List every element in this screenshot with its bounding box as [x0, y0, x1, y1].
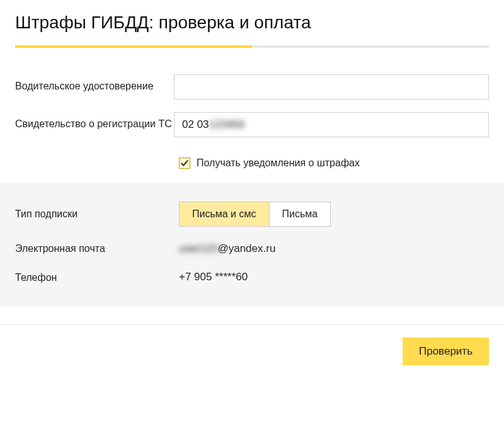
email-hidden: user123	[179, 242, 217, 255]
subscription-block: Тип подписки Письма и смс Письма Электро…	[0, 183, 504, 307]
toggle-option-email[interactable]: Письма	[269, 202, 331, 226]
registration-value-hidden: 123456	[209, 118, 245, 131]
registration-input[interactable]: 02 03 123456	[174, 112, 489, 137]
checkbox-check-icon	[179, 157, 190, 169]
progress-fill	[15, 45, 252, 48]
registration-value-visible: 02 03	[182, 118, 209, 131]
license-label: Водительское удостоверение	[15, 74, 174, 93]
subscription-type-label: Тип подписки	[15, 207, 179, 221]
progress-bar	[15, 45, 489, 48]
registration-label: Свидетельство о регистрации ТС	[15, 112, 174, 131]
phone-value: +7 905 *****60	[179, 271, 489, 283]
subscription-type-toggle: Письма и смс Письма	[179, 202, 331, 227]
email-visible: @yandex.ru	[217, 242, 275, 255]
email-label: Электронная почта	[15, 242, 179, 256]
notify-checkbox[interactable]: Получать уведомления о штрафах	[179, 157, 489, 169]
license-input[interactable]	[174, 74, 489, 100]
notify-label: Получать уведомления о штрафах	[197, 157, 360, 169]
email-value: user123 @yandex.ru	[179, 242, 489, 255]
phone-label: Телефон	[15, 271, 179, 285]
submit-button[interactable]: Проверить	[403, 338, 489, 365]
toggle-option-both[interactable]: Письма и смс	[180, 202, 269, 226]
page-title: Штрафы ГИБДД: проверка и оплата	[15, 13, 489, 33]
